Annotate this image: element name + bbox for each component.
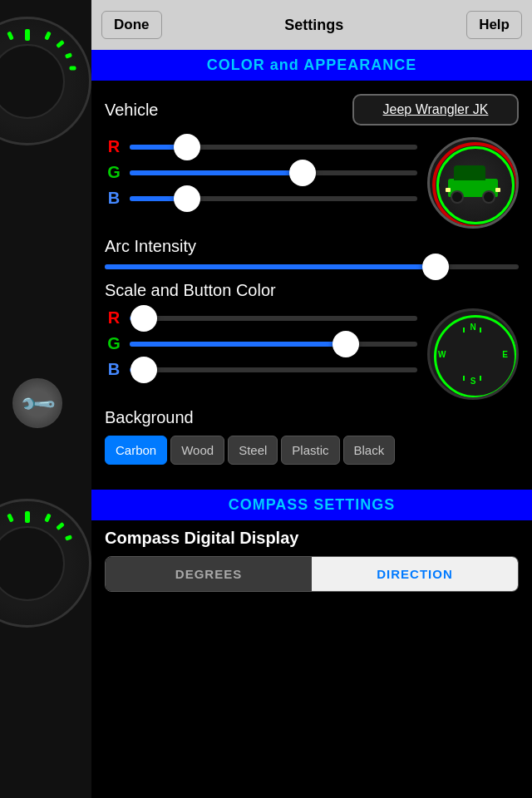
bg-steel-btn[interactable]: Steel (228, 436, 278, 465)
scale-b-label: B (105, 360, 123, 379)
background-label: Background (105, 408, 519, 427)
arc-intensity-thumb[interactable] (422, 254, 449, 280)
seg-direction-btn[interactable]: DIRECTION (312, 557, 518, 591)
jeep-preview (427, 137, 519, 229)
tool-icon: 🔧 (12, 378, 62, 428)
help-button[interactable]: Help (466, 11, 522, 39)
scale-r-slider-row: R (105, 308, 417, 328)
seg-degrees-btn[interactable]: DEGREES (106, 557, 312, 591)
compass-tick-3 (463, 376, 465, 381)
arc-intensity-fill (105, 264, 436, 269)
arc-b-track[interactable] (130, 196, 417, 201)
arc-b-slider-row: B (105, 189, 417, 208)
compass-tick-2 (480, 328, 481, 332)
arc-r-track[interactable] (130, 145, 417, 150)
arc-color-rgb-section: R G (105, 137, 519, 229)
scale-r-thumb[interactable] (131, 305, 157, 332)
jeep-silhouette (444, 162, 502, 204)
arc-g-slider-row: G (105, 163, 417, 182)
vehicle-row: Vehicle Jeep Wrangler JK (105, 94, 519, 126)
compass-n: N (470, 323, 475, 332)
arc-b-label: B (105, 189, 123, 208)
arc-sliders-col: R G (105, 137, 417, 214)
color-section-header: COLOR and APPEARANCE (91, 50, 532, 81)
scale-g-track[interactable] (130, 342, 417, 347)
scale-b-track[interactable] (130, 367, 417, 372)
bg-wood-btn[interactable]: Wood (170, 436, 224, 465)
scale-g-slider-row: G (105, 334, 417, 353)
compass-section-header: COMPASS SETTINGS (91, 490, 532, 520)
settings-content: COLOR and APPEARANCE Vehicle Jeep Wrangl… (91, 50, 532, 798)
scale-rgb-section: R G (105, 308, 519, 400)
arc-g-thumb[interactable] (289, 160, 316, 186)
compass-s: S (470, 377, 476, 386)
compass-w: W (438, 350, 446, 359)
arc-g-track[interactable] (130, 170, 417, 175)
arc-intensity-slider-row (105, 264, 519, 269)
compass-tick-4 (480, 376, 481, 381)
compass-e: E (502, 350, 508, 359)
scale-b-slider-row: B (105, 360, 417, 379)
background-section: Background Carbon Wood Steel Plastic Bla… (105, 408, 519, 465)
scale-b-thumb[interactable] (131, 357, 157, 383)
scale-r-label: R (105, 308, 123, 328)
color-settings-body: Vehicle Jeep Wrangler JK R (91, 81, 532, 481)
scale-color-section: Scale and Button Color R (105, 281, 519, 400)
bg-black-btn[interactable]: Black (343, 436, 396, 465)
arc-g-fill (130, 170, 303, 175)
scale-g-thumb[interactable] (332, 331, 359, 357)
compass-tick-1 (463, 328, 465, 332)
arc-r-thumb[interactable] (174, 134, 200, 160)
scale-g-label: G (105, 334, 123, 353)
scale-sliders-col: R G (105, 308, 417, 386)
compass-preview-circle: N S E W (427, 308, 519, 400)
arc-intensity-label: Arc Intensity (105, 237, 519, 256)
bg-carbon-btn[interactable]: Carbon (105, 436, 167, 465)
arc-g-label: G (105, 163, 123, 182)
vehicle-label: Vehicle (105, 101, 159, 120)
nav-title: Settings (284, 17, 343, 34)
nav-bar: Done Settings Help (91, 0, 532, 50)
scale-r-track[interactable] (130, 316, 417, 321)
arc-r-slider-row: R (105, 137, 417, 156)
settings-panel: Done Settings Help COLOR and APPEARANCE … (91, 0, 532, 798)
compass-digital-label: Compass Digital Display (105, 529, 519, 548)
scale-label: Scale and Button Color (105, 281, 519, 300)
compass-display-segmented: DEGREES DIRECTION (105, 556, 519, 592)
arc-intensity-section: Arc Intensity (105, 237, 519, 269)
arc-intensity-track[interactable] (105, 264, 519, 269)
bg-plastic-btn[interactable]: Plastic (281, 436, 339, 465)
vehicle-selector[interactable]: Jeep Wrangler JK (352, 94, 519, 126)
scale-g-fill (130, 342, 346, 347)
gauge-left-decoration: 🔧 (0, 0, 91, 798)
arc-b-thumb[interactable] (174, 185, 200, 212)
arc-r-label: R (105, 137, 123, 156)
background-buttons: Carbon Wood Steel Plastic Black (105, 436, 519, 465)
done-button[interactable]: Done (101, 11, 162, 39)
